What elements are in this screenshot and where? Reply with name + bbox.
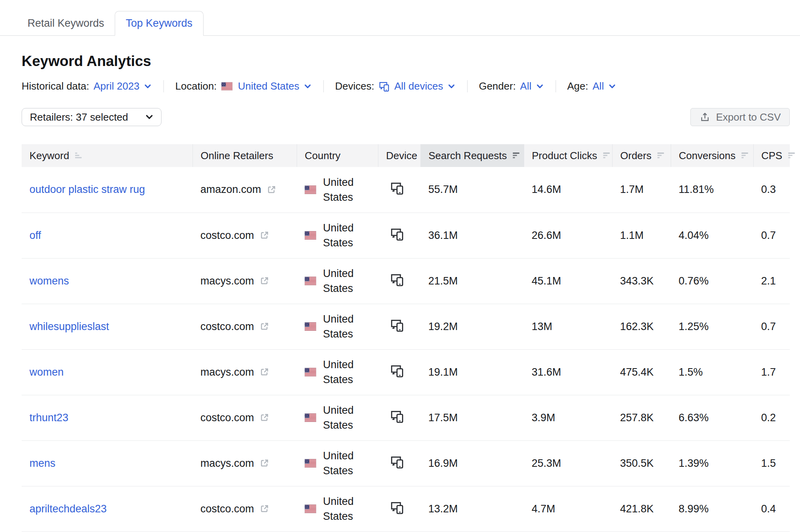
devices-dropdown[interactable]: All devices (378, 80, 455, 92)
us-flag-icon (305, 277, 316, 285)
column-label: Product Clicks (532, 150, 597, 162)
column-header-online-retailers[interactable]: Online Retailers (193, 144, 297, 167)
age-value: All (593, 80, 604, 92)
retailer-link[interactable]: macys.com (200, 366, 270, 378)
cps-value: 2.1 (753, 258, 790, 304)
tab-retail-keywords[interactable]: Retail Keywords (28, 11, 108, 35)
column-header-search-requests[interactable]: Search Requests (420, 144, 524, 167)
us-flag-icon (305, 322, 316, 331)
product-clicks-value: 45.1M (524, 258, 612, 304)
product-clicks-value: 13M (524, 304, 612, 349)
keyword-link[interactable]: apriltechdeals23 (29, 503, 107, 515)
sort-descending-icon (787, 151, 796, 160)
country-name: United States (323, 357, 364, 387)
external-link-icon[interactable] (259, 504, 270, 514)
age-dropdown[interactable]: All (593, 80, 617, 92)
search-requests-value: 13.2M (420, 486, 524, 532)
tab-top-keywords[interactable]: Top Keywords (115, 11, 204, 36)
historical-data-dropdown[interactable]: April 2023 (94, 80, 152, 92)
orders-value: 343.3K (612, 258, 671, 304)
chevron-down-icon (447, 82, 456, 91)
filter-divider (163, 80, 164, 92)
column-header-device[interactable]: Device (378, 144, 420, 167)
retailer-link[interactable]: macys.com (200, 457, 270, 470)
cps-value: 0.2 (753, 395, 790, 440)
all-devices-icon (390, 409, 405, 424)
search-requests-value: 19.1M (420, 349, 524, 395)
search-requests-value: 55.7M (420, 167, 524, 213)
controls-row: Retailers: 37 selected Export to CSV (22, 108, 790, 126)
keyword-link[interactable]: outdoor plastic straw rug (29, 183, 145, 195)
retailer-link[interactable]: macys.com (200, 275, 270, 287)
column-header-cps[interactable]: CPS (753, 144, 790, 167)
external-link-icon[interactable] (259, 413, 270, 423)
column-header-conversions[interactable]: Conversions (671, 144, 753, 167)
column-header-product-clicks[interactable]: Product Clicks (524, 144, 612, 167)
external-link-icon[interactable] (259, 276, 270, 286)
gender-dropdown[interactable]: All (520, 80, 544, 92)
export-icon (699, 112, 710, 123)
sort-ascending-icon (74, 151, 83, 160)
filter-divider (467, 80, 468, 92)
all-devices-icon (390, 272, 405, 287)
filter-gender: Gender: All (479, 80, 544, 92)
retailer-link[interactable]: costco.com (200, 229, 270, 242)
retailer-link[interactable]: amazon.com (200, 183, 277, 196)
conversions-value: 1.25% (671, 304, 753, 349)
keywords-table: Keyword Online Retailers Country Device … (22, 144, 790, 532)
filter-age: Age: All (567, 80, 617, 92)
export-to-csv-button[interactable]: Export to CSV (690, 108, 790, 126)
column-label: Conversions (679, 150, 736, 162)
chevron-down-icon (608, 82, 617, 91)
keyword-link[interactable]: womens (29, 275, 69, 287)
keyword-link[interactable]: whilesupplieslast (29, 321, 109, 332)
retailer-domain: costco.com (200, 412, 254, 424)
location-dropdown[interactable]: United States (221, 80, 312, 92)
conversions-value: 4.04% (671, 213, 753, 258)
search-requests-value: 16.9M (420, 440, 524, 486)
search-requests-value: 36.1M (420, 213, 524, 258)
cps-value: 1.5 (753, 440, 790, 486)
gender-value: All (520, 80, 532, 92)
retailers-select[interactable]: Retailers: 37 selected (22, 108, 161, 126)
product-clicks-value: 31.6M (524, 349, 612, 395)
retailer-domain: macys.com (200, 366, 254, 378)
external-link-icon[interactable] (259, 321, 270, 332)
all-devices-icon (390, 500, 405, 515)
external-link-icon[interactable] (266, 185, 277, 195)
keyword-link[interactable]: women (29, 366, 64, 378)
external-link-icon[interactable] (259, 458, 270, 468)
conversions-value: 0.76% (671, 258, 753, 304)
filter-divider (556, 80, 556, 92)
external-link-icon[interactable] (259, 230, 270, 240)
external-link-icon[interactable] (259, 367, 270, 377)
column-label: Country (305, 150, 341, 162)
chevron-down-icon (536, 82, 544, 91)
retailer-domain: costco.com (200, 503, 254, 515)
product-clicks-value: 3.9M (524, 395, 612, 440)
table-row: trhunt23 costco.com United States 17.5M … (22, 395, 790, 440)
column-header-orders[interactable]: Orders (612, 144, 671, 167)
table-header-row: Keyword Online Retailers Country Device … (22, 144, 790, 167)
conversions-value: 1.39% (671, 440, 753, 486)
column-header-keyword[interactable]: Keyword (22, 144, 193, 167)
retailer-domain: costco.com (200, 321, 254, 333)
us-flag-icon (305, 504, 316, 513)
all-devices-icon (390, 181, 405, 196)
retailer-link[interactable]: costco.com (200, 503, 270, 515)
keyword-link[interactable]: off (29, 229, 41, 241)
sort-descending-icon (512, 151, 521, 160)
column-header-country[interactable]: Country (297, 144, 378, 167)
retailer-domain: amazon.com (200, 183, 261, 196)
retailer-domain: macys.com (200, 457, 254, 470)
search-requests-value: 17.5M (420, 395, 524, 440)
keyword-link[interactable]: trhunt23 (29, 412, 68, 424)
retailer-link[interactable]: costco.com (200, 412, 270, 424)
country-name: United States (323, 403, 364, 433)
table-row: off costco.com United States 36.1M 26.6M… (22, 213, 790, 258)
chevron-down-icon (303, 82, 312, 91)
retailer-link[interactable]: costco.com (200, 321, 270, 333)
table-row: apriltechdeals23 costco.com United State… (22, 486, 790, 532)
product-clicks-value: 4.7M (524, 486, 612, 532)
keyword-link[interactable]: mens (29, 457, 55, 469)
